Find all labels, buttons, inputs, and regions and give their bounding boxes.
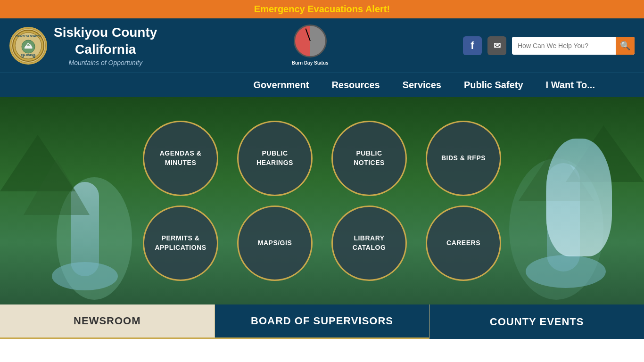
nav-item-resources[interactable]: Resources <box>320 73 391 97</box>
svg-text:18: 18 <box>21 56 24 58</box>
county-tagline: Mountains of Opportunity <box>54 58 157 67</box>
circle-library[interactable]: LIBRARY CATALOG <box>331 206 407 281</box>
burn-day-label: Burn Day Status <box>289 59 331 66</box>
facebook-link[interactable]: f <box>463 36 482 55</box>
emergency-text: Emergency Evacuations Alert! <box>254 4 390 14</box>
nav: Government Resources Services Public Saf… <box>0 73 644 97</box>
facebook-icon: f <box>471 40 474 52</box>
circle-maps[interactable]: MAPS/GIS <box>237 206 313 281</box>
county-name: Siskiyou County California <box>54 24 157 58</box>
header: COUNTY OF SISKIYOU CALIFORNIA 1852 ⛰ 18 … <box>0 18 644 73</box>
burn-day-needle <box>305 28 310 41</box>
email-link[interactable]: ✉ <box>487 36 506 55</box>
county-seal[interactable]: COUNTY OF SISKIYOU CALIFORNIA 1852 ⛰ 18 … <box>9 27 47 65</box>
svg-text:⛰: ⛰ <box>24 41 33 50</box>
seal-inner: COUNTY OF SISKIYOU CALIFORNIA 1852 ⛰ 18 … <box>11 29 45 63</box>
bottom-tabs: NEWSROOM BOARD OF SUPERVISORS COUNTY EVE… <box>0 304 644 339</box>
search-input[interactable] <box>512 38 616 53</box>
circle-careers[interactable]: CAREERS <box>426 206 501 281</box>
burn-day-gauge <box>294 25 327 58</box>
svg-text:COUNTY OF SISKIYOU: COUNTY OF SISKIYOU <box>16 35 41 38</box>
circles-row-2: PERMITS & APPLICATIONS MAPS/GIS LIBRARY … <box>143 206 501 281</box>
circle-notices[interactable]: PUBLIC NOTICES <box>331 121 407 196</box>
circles-row-1: AGENDAS & MINUTES PUBLIC HEARINGS PUBLIC… <box>143 121 501 196</box>
search-icon: 🔍 <box>620 41 630 51</box>
circles-container: AGENDAS & MINUTES PUBLIC HEARINGS PUBLIC… <box>0 97 644 304</box>
circle-agendas[interactable]: AGENDAS & MINUTES <box>143 121 218 196</box>
header-right: f ✉ 🔍 <box>463 36 635 55</box>
tab-county-events[interactable]: COUNTY EVENTS <box>429 304 644 339</box>
tab-newsroom[interactable]: NEWSROOM <box>0 304 215 339</box>
nav-item-public-safety[interactable]: Public Safety <box>453 73 535 97</box>
circle-hearings[interactable]: PUBLIC HEARINGS <box>237 121 313 196</box>
circle-bids[interactable]: BIDS & RFPS <box>426 121 501 196</box>
burn-day-status[interactable]: Burn Day Status <box>289 25 331 66</box>
nav-item-i-want-to[interactable]: I Want To... <box>535 73 606 97</box>
emergency-banner[interactable]: Emergency Evacuations Alert! <box>0 0 644 18</box>
svg-text:52: 52 <box>33 56 35 58</box>
search-bar: 🔍 <box>512 37 635 55</box>
nav-item-government[interactable]: Government <box>242 73 321 97</box>
search-button[interactable]: 🔍 <box>616 37 635 55</box>
tab-board[interactable]: BOARD OF SUPERVISORS <box>215 304 430 339</box>
circle-permits[interactable]: PERMITS & APPLICATIONS <box>143 206 218 281</box>
county-title: Siskiyou County California Mountains of … <box>54 24 157 67</box>
header-center: Burn Day Status <box>157 25 463 66</box>
logo-area: COUNTY OF SISKIYOU CALIFORNIA 1852 ⛰ 18 … <box>9 24 157 67</box>
email-icon: ✉ <box>494 41 501 51</box>
hero: AGENDAS & MINUTES PUBLIC HEARINGS PUBLIC… <box>0 97 644 304</box>
nav-item-services[interactable]: Services <box>391 73 453 97</box>
